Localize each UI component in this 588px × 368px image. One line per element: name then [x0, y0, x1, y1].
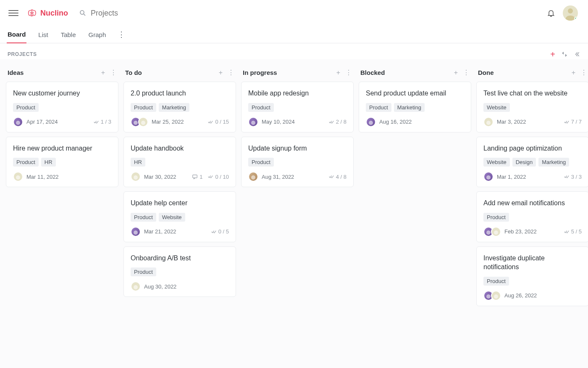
tab-list[interactable]: List	[37, 26, 49, 43]
column-more-button[interactable]: ⋮	[110, 69, 117, 77]
card-date: Mar 25, 2022	[152, 119, 184, 125]
avatar	[491, 227, 501, 237]
search-input[interactable]	[91, 9, 188, 18]
avatars	[366, 117, 376, 127]
board: Ideas+⋮New customer journeyProductApr 17…	[0, 59, 588, 368]
tag: Marketing	[394, 103, 425, 112]
column: Done+⋮Test live chat on the websiteWebsi…	[476, 68, 588, 310]
tag: HR	[131, 158, 145, 167]
card-date: Aug 31, 2022	[262, 174, 294, 180]
column-title: Blocked	[360, 69, 385, 76]
add-item-button[interactable]: +	[550, 50, 555, 59]
tab-graph[interactable]: Graph	[88, 26, 107, 43]
tab-board[interactable]: Board	[7, 26, 26, 43]
add-card-button[interactable]: +	[454, 69, 458, 77]
avatars	[483, 172, 494, 182]
avatar	[483, 117, 494, 127]
column: Ideas+⋮New customer journeyProductApr 17…	[6, 68, 118, 191]
card-title: 2.0 product launch	[131, 89, 229, 98]
card-footer: Aug 16, 2022	[366, 117, 464, 127]
avatar	[248, 117, 258, 127]
column-more-button[interactable]: ⋮	[345, 69, 352, 77]
card[interactable]: Investigate duplicate notificationsProdu…	[476, 246, 588, 306]
card[interactable]: Mobile app redesignProductMay 10, 20242 …	[241, 82, 354, 132]
search[interactable]	[79, 9, 547, 18]
card[interactable]: Update handbookHRMar 30, 202210 / 10	[123, 137, 236, 188]
svg-line-1	[84, 14, 85, 16]
card-date: Mar 30, 2022	[144, 174, 176, 180]
tag: Website	[483, 103, 510, 112]
collapse-icon[interactable]	[561, 51, 568, 58]
avatar	[248, 172, 258, 182]
tag: Product	[131, 213, 156, 222]
add-card-button[interactable]: +	[219, 69, 223, 77]
avatar	[131, 227, 141, 237]
tags: ProductMarketing	[366, 103, 464, 112]
card[interactable]: Add new email notificationsProductFeb 23…	[476, 191, 588, 242]
card-footer: Mar 21, 20220 / 5	[131, 227, 229, 237]
card-title: Onboarding A/B test	[131, 254, 229, 263]
card[interactable]: Send product update emailProductMarketin…	[359, 82, 471, 132]
column-header: In progress+⋮	[241, 68, 354, 82]
card-title: Update help center	[131, 199, 229, 208]
tab-table[interactable]: Table	[60, 26, 77, 43]
card-date: Aug 30, 2022	[144, 283, 176, 290]
add-card-button[interactable]: +	[572, 69, 575, 77]
card-footer: Mar 1, 20223 / 3	[483, 172, 582, 182]
column: In progress+⋮Mobile app redesignProductM…	[241, 68, 354, 191]
progress-count: 4 / 8	[328, 174, 346, 180]
avatar	[13, 117, 23, 127]
column-more-button[interactable]: ⋮	[228, 69, 234, 77]
card-title: Add new email notifications	[483, 199, 582, 208]
tab-more[interactable]: ⋮	[118, 30, 125, 39]
progress-count: 0 / 5	[211, 228, 229, 235]
menu-button[interactable]	[8, 8, 18, 18]
column-more-button[interactable]: ⋮	[580, 69, 587, 77]
card-footer: Feb 23, 20225 / 5	[483, 227, 582, 237]
tag: Product	[483, 277, 509, 286]
card[interactable]: 2.0 product launchProductMarketingMar 25…	[123, 82, 236, 132]
expand-panel-icon[interactable]	[574, 51, 580, 58]
card-title: Investigate duplicate notifications	[483, 254, 582, 272]
progress-count: 5 / 5	[564, 228, 582, 235]
card[interactable]: Update help centerProductWebsiteMar 21, …	[123, 191, 236, 242]
avatars	[131, 117, 148, 127]
card-date: Mar 21, 2022	[144, 228, 176, 235]
tag: Marketing	[159, 103, 189, 112]
card-title: Landing page optimization	[483, 144, 582, 153]
avatars	[483, 227, 501, 237]
column: Blocked+⋮Send product update emailProduc…	[359, 68, 471, 137]
column-title: In progress	[243, 69, 277, 76]
card-footer: May 10, 20242 / 8	[248, 117, 346, 127]
tags: Product	[248, 158, 346, 167]
card[interactable]: Landing page optimizationWebsiteDesignMa…	[476, 137, 588, 188]
card[interactable]: Onboarding A/B testProductAug 30, 2022	[123, 246, 236, 297]
logo[interactable]: Nuclino	[26, 8, 68, 18]
card[interactable]: Test live chat on the websiteWebsiteMar …	[476, 82, 588, 132]
card-footer: Mar 3, 20227 / 7	[483, 117, 582, 127]
tags: Product	[13, 103, 111, 112]
bell-icon[interactable]	[547, 9, 555, 17]
card[interactable]: Update signup formProductAug 31, 20224 /…	[241, 137, 354, 188]
brain-icon	[26, 8, 38, 18]
column-more-button[interactable]: ⋮	[463, 69, 470, 77]
add-card-button[interactable]: +	[101, 69, 105, 77]
progress-count: 0 / 10	[207, 174, 229, 180]
tags: Website	[483, 103, 582, 112]
tag: Product	[13, 158, 39, 167]
avatars	[131, 172, 141, 182]
card[interactable]: Hire new product managerProductHRMar 11,…	[6, 137, 118, 188]
avatars	[483, 117, 494, 127]
avatar	[131, 172, 141, 182]
tag: Marketing	[538, 158, 569, 167]
card-date: Apr 17, 2024	[26, 119, 58, 125]
card[interactable]: New customer journeyProductApr 17, 20241…	[6, 82, 118, 132]
svg-point-0	[80, 11, 84, 14]
search-icon	[79, 9, 87, 17]
add-card-button[interactable]: +	[336, 69, 340, 77]
user-avatar[interactable]	[563, 5, 578, 21]
column-title: Done	[478, 69, 494, 76]
tag: Product	[366, 103, 391, 112]
card-title: Send product update email	[366, 89, 464, 98]
tag: Website	[483, 158, 510, 167]
